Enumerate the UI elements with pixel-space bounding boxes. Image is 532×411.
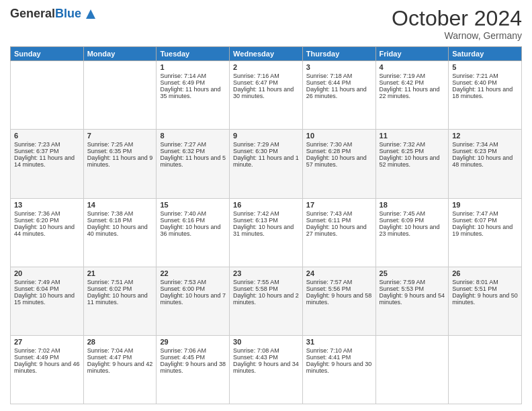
calendar-cell: 26Sunrise: 8:01 AMSunset: 5:51 PMDayligh… xyxy=(449,267,522,335)
day-number: 1 xyxy=(160,63,226,71)
daylight-text: Daylight: 9 hours and 42 minutes. xyxy=(87,361,153,374)
calendar-cell: 10Sunrise: 7:30 AMSunset: 6:28 PMDayligh… xyxy=(302,130,375,198)
calendar-week-row: 20Sunrise: 7:49 AMSunset: 6:04 PMDayligh… xyxy=(11,267,522,335)
day-number: 12 xyxy=(452,132,518,140)
daylight-text: Daylight: 10 hours and 52 minutes. xyxy=(380,154,445,168)
day-number: 17 xyxy=(306,201,372,209)
calendar-week-row: 13Sunrise: 7:36 AMSunset: 6:20 PMDayligh… xyxy=(11,198,522,267)
calendar-cell xyxy=(83,61,157,130)
sunrise-text: Sunrise: 7:25 AM xyxy=(87,141,153,148)
daylight-text: Daylight: 10 hours and 31 minutes. xyxy=(233,224,299,237)
calendar-week-row: 1Sunrise: 7:14 AMSunset: 6:49 PMDaylight… xyxy=(11,61,522,130)
daylight-text: Daylight: 10 hours and 48 minutes. xyxy=(452,154,518,168)
calendar-cell: 18Sunrise: 7:45 AMSunset: 6:09 PMDayligh… xyxy=(375,198,449,267)
calendar-cell xyxy=(375,335,449,404)
calendar-cell: 5Sunrise: 7:21 AMSunset: 6:40 PMDaylight… xyxy=(449,61,522,130)
sunset-text: Sunset: 6:02 PM xyxy=(87,285,153,292)
calendar-cell xyxy=(11,61,84,130)
sunrise-text: Sunrise: 7:55 AM xyxy=(233,279,299,285)
calendar-cell xyxy=(449,335,522,404)
sunset-text: Sunset: 6:09 PM xyxy=(380,217,445,224)
sunset-text: Sunset: 4:45 PM xyxy=(160,354,226,361)
sunset-text: Sunset: 6:49 PM xyxy=(160,79,226,86)
calendar-cell: 9Sunrise: 7:29 AMSunset: 6:30 PMDaylight… xyxy=(230,130,303,198)
sunrise-text: Sunrise: 7:34 AM xyxy=(452,141,518,148)
page: GeneralBlue October 2024 Warnow, Germany… xyxy=(0,0,532,411)
sunset-text: Sunset: 4:49 PM xyxy=(14,354,80,361)
daylight-text: Daylight: 11 hours and 26 minutes. xyxy=(306,86,372,99)
sunset-text: Sunset: 4:47 PM xyxy=(87,354,153,361)
day-number: 9 xyxy=(233,132,299,140)
sunset-text: Sunset: 6:13 PM xyxy=(233,217,299,224)
daylight-text: Daylight: 11 hours and 22 minutes. xyxy=(380,86,445,99)
daylight-text: Daylight: 10 hours and 11 minutes. xyxy=(87,292,153,306)
sunrise-text: Sunrise: 7:19 AM xyxy=(380,73,445,79)
calendar-week-row: 27Sunrise: 7:02 AMSunset: 4:49 PMDayligh… xyxy=(11,335,522,404)
day-number: 29 xyxy=(160,338,226,346)
sunrise-text: Sunrise: 7:38 AM xyxy=(87,210,153,217)
sunrise-text: Sunrise: 7:08 AM xyxy=(233,347,299,354)
sunset-text: Sunset: 4:43 PM xyxy=(233,354,299,361)
sunrise-text: Sunrise: 7:53 AM xyxy=(160,279,226,285)
calendar-cell: 15Sunrise: 7:40 AMSunset: 6:16 PMDayligh… xyxy=(157,198,230,267)
day-header-saturday: Saturday xyxy=(449,47,522,61)
calendar-cell: 13Sunrise: 7:36 AMSunset: 6:20 PMDayligh… xyxy=(11,198,84,267)
daylight-text: Daylight: 11 hours and 9 minutes. xyxy=(87,154,153,168)
sunset-text: Sunset: 5:53 PM xyxy=(380,285,445,292)
day-number: 18 xyxy=(380,201,445,209)
day-number: 15 xyxy=(160,201,226,209)
day-number: 6 xyxy=(14,132,80,140)
sunset-text: Sunset: 6:35 PM xyxy=(87,148,153,154)
sunrise-text: Sunrise: 7:27 AM xyxy=(160,141,226,148)
daylight-text: Daylight: 9 hours and 30 minutes. xyxy=(306,361,372,374)
sunset-text: Sunset: 6:30 PM xyxy=(233,148,299,154)
sunrise-text: Sunrise: 7:06 AM xyxy=(160,347,226,354)
day-number: 10 xyxy=(306,132,372,140)
daylight-text: Daylight: 11 hours and 18 minutes. xyxy=(452,86,518,99)
calendar-table: SundayMondayTuesdayWednesdayThursdayFrid… xyxy=(10,46,522,404)
sunrise-text: Sunrise: 7:32 AM xyxy=(380,141,445,148)
sunset-text: Sunset: 6:16 PM xyxy=(160,217,226,224)
calendar-cell: 20Sunrise: 7:49 AMSunset: 6:04 PMDayligh… xyxy=(11,267,84,335)
daylight-text: Daylight: 10 hours and 27 minutes. xyxy=(306,224,372,237)
daylight-text: Daylight: 9 hours and 34 minutes. xyxy=(233,361,299,374)
daylight-text: Daylight: 10 hours and 36 minutes. xyxy=(160,224,226,237)
daylight-text: Daylight: 11 hours and 5 minutes. xyxy=(160,154,226,168)
sunset-text: Sunset: 6:07 PM xyxy=(452,217,518,224)
sunrise-text: Sunrise: 7:45 AM xyxy=(380,210,445,217)
calendar-cell: 27Sunrise: 7:02 AMSunset: 4:49 PMDayligh… xyxy=(11,335,84,404)
sunrise-text: Sunrise: 7:51 AM xyxy=(87,279,153,285)
logo-icon xyxy=(83,7,98,21)
day-number: 7 xyxy=(87,132,153,140)
calendar-cell: 14Sunrise: 7:38 AMSunset: 6:18 PMDayligh… xyxy=(83,198,157,267)
sunrise-text: Sunrise: 7:02 AM xyxy=(14,347,80,354)
sunset-text: Sunset: 5:51 PM xyxy=(452,285,518,292)
header: GeneralBlue October 2024 Warnow, Germany xyxy=(10,7,522,41)
day-number: 23 xyxy=(233,269,299,277)
calendar-cell: 23Sunrise: 7:55 AMSunset: 5:58 PMDayligh… xyxy=(230,267,303,335)
title-block: October 2024 Warnow, Germany xyxy=(392,7,522,41)
sunrise-text: Sunrise: 8:01 AM xyxy=(452,279,518,285)
day-number: 2 xyxy=(233,63,299,71)
day-header-friday: Friday xyxy=(375,47,449,61)
sunrise-text: Sunrise: 7:29 AM xyxy=(233,141,299,148)
calendar-cell: 29Sunrise: 7:06 AMSunset: 4:45 PMDayligh… xyxy=(157,335,230,404)
sunset-text: Sunset: 6:44 PM xyxy=(306,79,372,86)
sunset-text: Sunset: 5:58 PM xyxy=(233,285,299,292)
day-number: 5 xyxy=(452,63,518,71)
sunset-text: Sunset: 6:25 PM xyxy=(380,148,445,154)
daylight-text: Daylight: 10 hours and 19 minutes. xyxy=(452,224,518,237)
day-number: 26 xyxy=(452,269,518,277)
sunset-text: Sunset: 6:28 PM xyxy=(306,148,372,154)
day-header-thursday: Thursday xyxy=(302,47,375,61)
daylight-text: Daylight: 10 hours and 44 minutes. xyxy=(14,224,80,237)
daylight-text: Daylight: 10 hours and 23 minutes. xyxy=(380,224,445,237)
sunrise-text: Sunrise: 7:57 AM xyxy=(306,279,372,285)
day-number: 4 xyxy=(380,63,445,71)
calendar-cell: 24Sunrise: 7:57 AMSunset: 5:56 PMDayligh… xyxy=(302,267,375,335)
location: Warnow, Germany xyxy=(392,30,522,41)
calendar-cell: 11Sunrise: 7:32 AMSunset: 6:25 PMDayligh… xyxy=(375,130,449,198)
calendar-cell: 21Sunrise: 7:51 AMSunset: 6:02 PMDayligh… xyxy=(83,267,157,335)
calendar-cell: 3Sunrise: 7:18 AMSunset: 6:44 PMDaylight… xyxy=(302,61,375,130)
day-number: 30 xyxy=(233,338,299,346)
